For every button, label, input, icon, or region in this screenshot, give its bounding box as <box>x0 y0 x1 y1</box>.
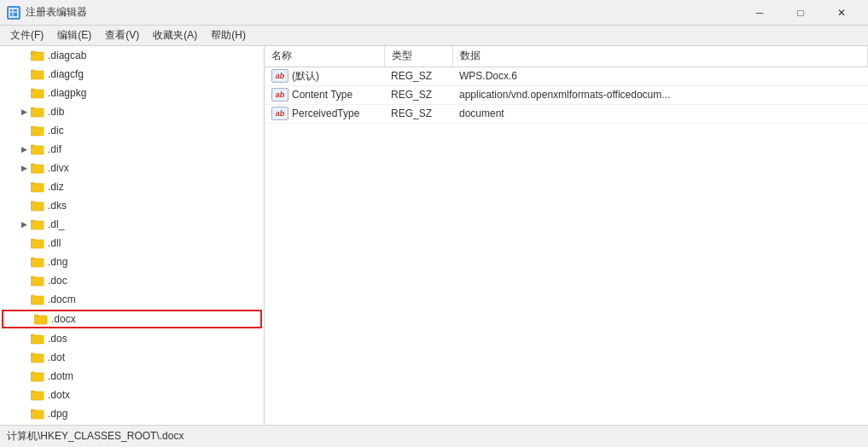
status-bar: 计算机\HKEY_CLASSES_ROOT\.docx <box>0 425 868 447</box>
table-row[interactable]: ab PerceivedType REG_SZ document <box>265 104 868 123</box>
tree-item-dng[interactable]: .dng <box>0 253 264 271</box>
menu-favorites[interactable]: 收藏夹(A) <box>146 26 204 45</box>
tree-item-dib[interactable]: ▶ .dib <box>0 102 264 121</box>
reg-name: PerceivedType <box>292 107 359 119</box>
tree-label: .dic <box>48 125 64 136</box>
svg-rect-23 <box>31 220 35 222</box>
expand-icon[interactable]: ▶ <box>17 105 31 119</box>
table-row[interactable]: ab (默认) REG_SZ WPS.Docx.6 <box>265 67 868 85</box>
svg-rect-30 <box>31 296 44 305</box>
data-cell: document <box>452 104 868 123</box>
svg-rect-7 <box>31 70 35 72</box>
tree-label: .dl_ <box>48 218 64 230</box>
folder-icon <box>31 49 44 61</box>
svg-rect-31 <box>31 295 35 297</box>
svg-rect-38 <box>31 373 44 381</box>
svg-rect-0 <box>9 9 18 17</box>
svg-rect-24 <box>31 240 44 248</box>
type-cell: REG_SZ <box>384 104 452 123</box>
folder-icon <box>31 408 44 420</box>
tree-item-dl_[interactable]: ▶ .dl_ <box>0 215 264 234</box>
tree-label: .docx <box>51 313 76 325</box>
folder-icon <box>31 162 44 174</box>
reg-value-icon: ab <box>271 88 288 102</box>
svg-rect-8 <box>31 90 44 98</box>
tree-item-dif[interactable]: ▶ .dif <box>0 140 264 159</box>
folder-icon <box>31 87 44 99</box>
svg-rect-36 <box>31 354 44 363</box>
tree-pane[interactable]: .diagcab .diagcfg .diagpkg ▶ <box>0 46 265 425</box>
name-cell: ab (默认) <box>265 67 384 85</box>
tree-item-dotx[interactable]: .dotx <box>0 386 264 404</box>
svg-rect-20 <box>31 202 44 211</box>
title-bar: 注册表编辑器 ─ □ ✕ <box>0 0 868 26</box>
menu-help[interactable]: 帮助(H) <box>204 26 253 45</box>
name-cell: ab Content Type <box>265 85 384 104</box>
tree-label: .dotx <box>48 389 70 401</box>
main-content: .diagcab .diagcfg .diagpkg ▶ <box>0 46 868 425</box>
svg-rect-11 <box>31 107 35 109</box>
tree-item-dpg[interactable]: .dpg <box>0 404 264 423</box>
tree-item-dos[interactable]: .dos <box>0 329 264 348</box>
table-row[interactable]: ab Content Type REG_SZ application/vnd.o… <box>265 85 868 104</box>
tree-label: .diagpkg <box>48 87 86 99</box>
tree-label: .docm <box>48 293 76 305</box>
menu-view[interactable]: 查看(V) <box>98 26 146 45</box>
tree-item-divx[interactable]: ▶ .divx <box>0 159 264 177</box>
svg-rect-33 <box>34 315 38 316</box>
tree-item-dks[interactable]: .dks <box>0 196 264 215</box>
data-cell: application/vnd.openxmlformats-officedoc… <box>452 85 868 104</box>
folder-icon <box>31 200 44 212</box>
tree-item-diagcfg[interactable]: .diagcfg <box>0 65 264 84</box>
type-cell: REG_SZ <box>384 67 452 85</box>
tree-label: .dot <box>48 351 65 363</box>
svg-rect-43 <box>31 409 35 411</box>
app-icon <box>7 6 20 20</box>
reg-value-icon: ab <box>271 69 288 83</box>
tree-label: .dotm <box>48 370 73 382</box>
close-button[interactable]: ✕ <box>822 0 861 26</box>
folder-icon <box>31 333 44 345</box>
expand-icon[interactable]: ▶ <box>17 142 31 156</box>
status-path: 计算机\HKEY_CLASSES_ROOT\.docx <box>7 429 184 444</box>
tree-item-diagcab[interactable]: .diagcab <box>0 46 264 65</box>
tree-label: .dib <box>48 106 64 118</box>
svg-rect-32 <box>34 316 47 324</box>
col-header-name: 名称 <box>265 46 384 67</box>
tree-label: .dos <box>48 333 67 345</box>
folder-icon <box>31 181 44 193</box>
tree-item-dpl[interactable]: .dpl <box>0 423 264 425</box>
table-header-row: 名称 类型 数据 <box>265 46 868 67</box>
tree-item-dic[interactable]: .dic <box>0 121 264 140</box>
tree-item-dot[interactable]: .dot <box>0 348 264 367</box>
menu-edit[interactable]: 编辑(E) <box>50 26 98 45</box>
tree-item-docx[interactable]: .docx <box>2 310 262 328</box>
maximize-button[interactable]: □ <box>781 0 820 26</box>
svg-rect-18 <box>31 183 44 192</box>
menu-file[interactable]: 文件(F) <box>3 26 50 45</box>
minimize-button[interactable]: ─ <box>740 0 779 26</box>
tree-label: .doc <box>48 275 67 287</box>
tree-label: .diz <box>48 181 64 193</box>
tree-item-dll[interactable]: .dll <box>0 234 264 253</box>
tree-item-docm[interactable]: .docm <box>0 290 264 309</box>
type-cell: REG_SZ <box>384 85 452 104</box>
svg-rect-26 <box>31 258 44 267</box>
expand-icon[interactable]: ▶ <box>17 161 31 175</box>
svg-rect-25 <box>31 239 35 241</box>
folder-icon <box>31 275 44 287</box>
folder-icon <box>31 370 44 382</box>
folder-icon <box>31 143 44 155</box>
tree-item-doc[interactable]: .doc <box>0 271 264 290</box>
svg-rect-29 <box>31 276 35 278</box>
tree-item-dotm[interactable]: .dotm <box>0 367 264 386</box>
svg-rect-13 <box>31 126 35 128</box>
svg-rect-39 <box>31 372 35 374</box>
expand-icon[interactable]: ▶ <box>17 218 31 231</box>
tree-item-diagpkg[interactable]: .diagpkg <box>0 84 264 102</box>
name-cell: ab PerceivedType <box>265 104 384 123</box>
svg-rect-40 <box>31 392 44 400</box>
svg-rect-19 <box>31 183 35 184</box>
svg-rect-6 <box>31 71 44 79</box>
tree-item-diz[interactable]: .diz <box>0 177 264 196</box>
